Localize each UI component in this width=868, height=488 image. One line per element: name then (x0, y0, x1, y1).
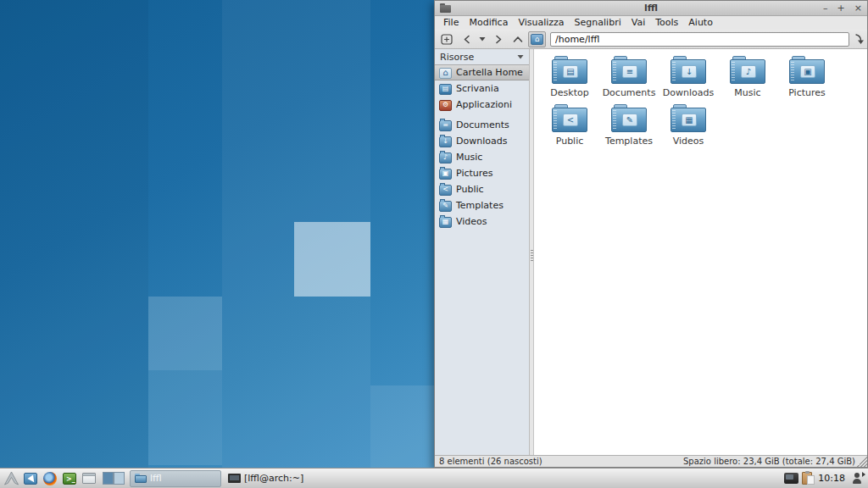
sidebar-item-label: Pictures (456, 168, 493, 179)
arch-menu-button[interactable] (3, 470, 19, 487)
chevron-down-icon[interactable] (517, 54, 524, 59)
sidebar-item-emblem: ↓ (442, 138, 448, 145)
file-item[interactable]: ♪ Music (718, 53, 777, 102)
file-item[interactable]: ✎ Templates (599, 102, 659, 150)
sidebar-item-icon: < (439, 185, 452, 196)
sidebar-item-icon: ✎ (439, 201, 452, 212)
clipboard-tray-icon[interactable] (802, 472, 812, 485)
up-button[interactable] (509, 31, 526, 47)
sidebar-item-emblem: ▦ (442, 219, 449, 225)
forward-icon (494, 35, 503, 44)
sidebar-item-icon: ♪ (439, 152, 452, 164)
sidebar-item-label: Videos (456, 216, 487, 227)
path-input[interactable] (550, 32, 849, 47)
window-content: Risorse ⌂ Cartella Home (435, 49, 867, 455)
task-button-file-manager[interactable]: lffl (130, 470, 221, 487)
resize-grip[interactable] (857, 457, 867, 467)
up-icon (513, 36, 523, 43)
menu-item[interactable]: Tools (650, 16, 683, 30)
file-item[interactable]: < Public (540, 102, 599, 150)
close-button[interactable]: × (854, 2, 862, 15)
menu-item[interactable]: Vai (626, 16, 650, 30)
folder-icon: < (552, 104, 587, 132)
firefox-icon (43, 472, 57, 485)
back-button[interactable] (458, 31, 476, 47)
pane-splitter[interactable] (530, 49, 534, 455)
file-item[interactable]: ▦ Videos (659, 102, 718, 150)
window-titlebar[interactable]: lffl – + × (435, 1, 867, 16)
clock[interactable]: 10:18 (818, 473, 845, 484)
sidebar-item-label: Documents (456, 119, 509, 130)
sidebar: Risorse ⌂ Cartella Home (435, 49, 530, 455)
wallpaper-square (148, 297, 222, 370)
workspace-button[interactable] (103, 472, 114, 485)
statusbar-free-space: Spazio libero: 23,4 GiB (totale: 27,4 Gi… (683, 457, 855, 466)
maximize-button[interactable]: + (837, 2, 845, 15)
toolbar: ⌂ (435, 30, 867, 49)
chevron-down-icon (479, 36, 486, 42)
terminal-launcher[interactable]: >_ (61, 470, 78, 487)
file-name: Pictures (788, 87, 826, 98)
file-item[interactable]: ▤ Desktop (540, 53, 599, 102)
sidebar-item[interactable]: ⚙ Applicazioni (435, 97, 529, 113)
sidebar-item[interactable]: ♪ Music (435, 149, 529, 165)
sidebar-item[interactable]: ▦ Videos (435, 214, 529, 230)
sidebar-item[interactable]: ≡ Documents (435, 117, 529, 133)
show-desktop-button[interactable] (81, 470, 97, 487)
terminal-icon: >_ (63, 473, 76, 485)
sidebar-item-emblem: ⚙ (442, 102, 448, 108)
menubar: FileModificaVisualizzaSegnalibriVaiTools… (435, 16, 867, 30)
jump-to-button[interactable] (854, 31, 864, 47)
workspace-button[interactable] (114, 472, 125, 485)
user-session-icon[interactable] (851, 472, 864, 485)
sidebar-item[interactable]: ↓ Downloads (435, 133, 529, 149)
file-item[interactable]: ▣ Pictures (777, 53, 837, 102)
history-dropdown-button[interactable] (477, 31, 487, 47)
icon-view[interactable]: ▤ Desktop ≡ Documents (534, 49, 867, 455)
folder-icon: ▦ (670, 104, 706, 132)
sidebar-item-label: Downloads (456, 136, 507, 147)
menu-item[interactable]: Aiuto (683, 16, 718, 30)
sidebar-item-emblem: < (442, 186, 448, 193)
wallpaper-band (0, 0, 148, 468)
desktop-screen: lffl – + × FileModificaVisualizzaSegnali… (0, 0, 868, 488)
new-tab-button[interactable] (438, 31, 456, 47)
sidebar-item-emblem: ▣ (442, 170, 449, 177)
menu-item[interactable]: Modifica (464, 16, 513, 30)
forward-button[interactable] (489, 31, 507, 47)
folder-emblem-icon: ✎ (622, 114, 637, 126)
sidebar-item-icon: ⌂ (439, 68, 452, 79)
sidebar-item[interactable]: ⌂ Cartella Home (435, 64, 529, 80)
taskbar: >_ lffl [lffl@arch:~] 10:18 (0, 468, 868, 488)
wallpaper-square (370, 385, 434, 468)
task-button-terminal[interactable]: [lffl@arch:~] (224, 470, 348, 487)
back-icon (463, 35, 471, 44)
file-item[interactable]: ↓ Downloads (659, 53, 718, 102)
sidebar-item[interactable]: ▤ Scrivania (435, 80, 529, 97)
down-arrow-icon (854, 33, 864, 46)
folder-icon: ♪ (730, 56, 765, 84)
window-title: lffl (435, 3, 867, 14)
home-button[interactable]: ⌂ (528, 31, 546, 47)
menu-item[interactable]: Segnalibri (570, 16, 626, 30)
minimize-button[interactable]: – (823, 2, 828, 15)
file-name: Desktop (550, 87, 588, 98)
wallpaper-square (148, 370, 222, 465)
arch-logo-icon (3, 471, 19, 485)
folder-icon: ▣ (789, 56, 825, 84)
sidebar-item[interactable]: ▣ Pictures (435, 165, 529, 181)
task-label: lffl (150, 473, 162, 484)
sidebar-item[interactable]: ✎ Templates (435, 197, 529, 214)
home-icon: ⌂ (531, 34, 543, 45)
file-manager-icon (24, 473, 37, 485)
file-manager-launcher[interactable] (22, 470, 39, 487)
display-tray-icon[interactable] (784, 473, 798, 484)
file-name: Templates (605, 136, 653, 147)
file-item[interactable]: ≡ Documents (599, 53, 659, 102)
menu-item[interactable]: Visualizza (513, 16, 569, 30)
sidebar-item[interactable]: < Public (435, 181, 529, 197)
sidebar-header[interactable]: Risorse (435, 49, 529, 64)
folder-icon: ✎ (611, 104, 647, 132)
menu-item[interactable]: File (438, 16, 464, 30)
firefox-launcher[interactable] (42, 470, 58, 487)
